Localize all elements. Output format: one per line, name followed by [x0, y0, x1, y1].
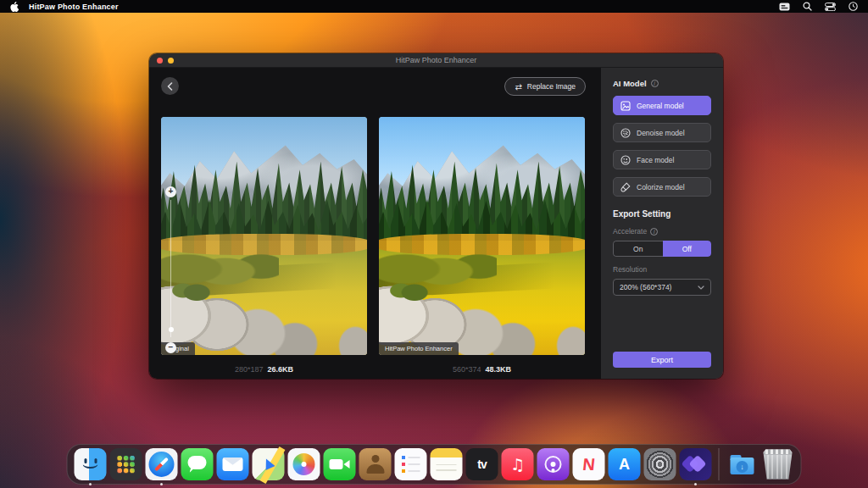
enhanced-badge: HitPaw Photo Enhancer — [379, 342, 459, 355]
dock-icon-news[interactable]: N — [573, 448, 605, 480]
zoom-out-button[interactable]: − — [165, 342, 176, 353]
dock-icon-messages[interactable] — [181, 448, 214, 480]
image-icon — [620, 101, 631, 111]
menubar-app-name[interactable]: HitPaw Photo Enhancer — [29, 3, 119, 11]
original-image-panel[interactable]: + − Original — [161, 117, 367, 355]
original-dimensions: 280*187 — [235, 365, 264, 374]
accelerate-label: Accelerate — [613, 227, 647, 236]
dock: tv♫NA↓ — [67, 444, 802, 485]
face-model-button[interactable]: Face model — [613, 150, 711, 169]
replace-image-label: Replace Image — [527, 82, 576, 91]
resolution-label: Resolution — [613, 265, 647, 274]
enhanced-image-panel[interactable]: HitPaw Photo Enhancer — [379, 117, 585, 355]
chevron-down-icon — [698, 286, 704, 290]
dock-icon-podcasts[interactable] — [537, 448, 570, 480]
zoom-slider-track[interactable] — [170, 200, 171, 337]
accelerate-on-option[interactable]: On — [613, 241, 663, 257]
zoom-control: + − — [164, 186, 177, 356]
denoise-icon — [620, 128, 631, 138]
dock-divider — [719, 448, 720, 480]
enhanced-photo[interactable] — [379, 117, 585, 355]
enhanced-filesize: 48.3KB — [486, 365, 512, 374]
zoom-slider-handle[interactable] — [169, 327, 174, 332]
dock-icon-trash[interactable] — [762, 448, 794, 480]
resolution-value: 200% (560*374) — [620, 283, 671, 291]
sidebar: AI Model i General model Denoise model — [601, 68, 723, 379]
dock-icon-contacts[interactable] — [359, 448, 392, 480]
dock-icon-safari[interactable] — [146, 448, 178, 480]
dock-icon-facetime[interactable] — [324, 448, 356, 480]
window-title: HitPaw Photo Enhancer — [149, 56, 723, 64]
face-icon — [620, 155, 631, 165]
main-content: ⇄ Replace Image + − — [149, 68, 601, 379]
general-model-button[interactable]: General model — [613, 96, 711, 115]
general-model-label: General model — [637, 102, 684, 110]
back-button[interactable] — [161, 77, 179, 95]
dock-icon-music[interactable]: ♫ — [502, 448, 534, 480]
menu-bar: HitPaw Photo Enhancer — [0, 0, 868, 13]
export-setting-heading: Export Setting — [613, 209, 711, 219]
dock-icon-mail[interactable] — [217, 448, 249, 480]
resolution-dropdown[interactable]: 200% (560*374) — [613, 279, 711, 296]
info-icon[interactable]: i — [651, 80, 659, 87]
dock-icon-notes[interactable] — [431, 448, 463, 480]
original-stats: 280*18726.6KB — [161, 365, 367, 374]
dock-icon-tv[interactable]: tv — [466, 448, 498, 480]
spotlight-search-icon[interactable] — [803, 0, 812, 13]
brush-icon — [620, 182, 631, 192]
ai-model-heading: AI Model — [613, 79, 647, 88]
swap-arrows-icon: ⇄ — [515, 82, 521, 92]
dock-icon-appstore[interactable]: A — [609, 448, 641, 480]
replace-image-button[interactable]: ⇄ Replace Image — [504, 77, 586, 96]
info-icon[interactable]: i — [650, 228, 658, 236]
denoise-model-label: Denoise model — [637, 129, 685, 137]
colorize-model-button[interactable]: Colorize model — [613, 177, 711, 197]
apple-logo-icon[interactable] — [10, 0, 19, 13]
dock-icon-finder[interactable] — [75, 448, 107, 480]
enhanced-dimensions: 560*374 — [453, 365, 481, 374]
accelerate-toggle: On Off — [613, 241, 711, 257]
enhanced-stats: 560*37448.3KB — [379, 365, 585, 374]
colorize-model-label: Colorize model — [637, 183, 685, 191]
original-photo[interactable] — [161, 117, 367, 355]
accelerate-off-option[interactable]: Off — [663, 241, 712, 257]
denoise-model-button[interactable]: Denoise model — [613, 123, 711, 142]
control-center-icon[interactable] — [825, 0, 836, 13]
window-title-bar[interactable]: HitPaw Photo Enhancer — [149, 53, 723, 68]
export-button[interactable]: Export — [613, 352, 711, 368]
dock-icon-settings[interactable] — [644, 448, 676, 480]
clock-icon[interactable] — [849, 0, 858, 13]
dock-icon-photos[interactable] — [288, 448, 320, 480]
face-model-label: Face model — [637, 156, 674, 164]
dock-icon-downloads[interactable]: ↓ — [726, 448, 759, 480]
menu-extra-icon[interactable] — [779, 0, 790, 13]
desktop: HitPaw Photo Enhancer HitPaw Photo Enhan — [0, 0, 868, 488]
original-filesize: 26.6KB — [268, 365, 294, 374]
app-window: HitPaw Photo Enhancer ⇄ Replace Image — [149, 53, 723, 379]
dock-icon-reminders[interactable] — [395, 448, 427, 480]
dock-icon-maps[interactable] — [253, 448, 285, 480]
dock-icon-launchpad[interactable] — [110, 448, 142, 480]
zoom-in-button[interactable]: + — [165, 186, 176, 197]
chevron-left-icon — [167, 82, 173, 91]
dock-icon-hitpaw[interactable] — [680, 448, 712, 480]
